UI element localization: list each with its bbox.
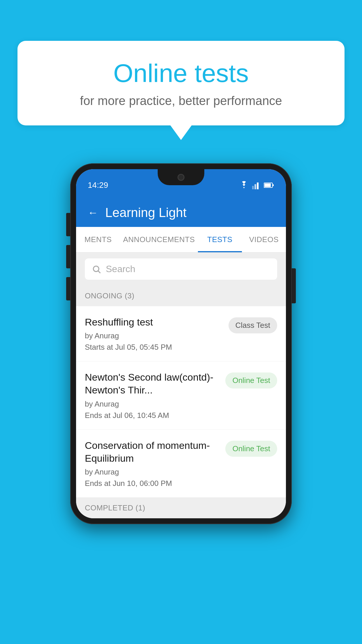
test-author-1: by Anurag bbox=[85, 331, 223, 340]
back-button[interactable]: ← bbox=[88, 206, 98, 219]
search-bar[interactable]: Search bbox=[85, 258, 277, 280]
svg-rect-1 bbox=[254, 184, 256, 190]
search-icon bbox=[92, 265, 101, 274]
ongoing-title: ONGOING (3) bbox=[85, 291, 134, 300]
test-info-3: Conservation of momentum-Equilibrium by … bbox=[85, 439, 225, 488]
test-badge-1: Class Test bbox=[229, 317, 277, 333]
svg-rect-5 bbox=[273, 184, 274, 186]
app-title: Learning Light bbox=[105, 205, 187, 220]
speech-bubble: Online tests for more practice, better p… bbox=[17, 41, 345, 125]
phone-outer: 14:29 bbox=[70, 163, 292, 524]
time-value-2: Jul 06, 10:45 AM bbox=[113, 411, 169, 420]
speech-bubble-container: Online tests for more practice, better p… bbox=[17, 41, 345, 125]
completed-section-header: COMPLETED (1) bbox=[76, 498, 286, 518]
test-badge-3: Online Test bbox=[225, 441, 277, 457]
time-label-2: Ends at bbox=[85, 411, 110, 420]
test-info-2: Newton's Second law(contd)-Newton's Thir… bbox=[85, 371, 225, 420]
signal-icon bbox=[252, 181, 260, 189]
tabs-bar: MENTS ANNOUNCEMENTS TESTS VIDEOS bbox=[76, 227, 286, 253]
test-author-2: by Anurag bbox=[85, 400, 219, 409]
svg-rect-2 bbox=[257, 183, 259, 189]
battery-icon bbox=[264, 182, 274, 189]
phone-screen: 14:29 bbox=[76, 169, 286, 518]
test-name-2: Newton's Second law(contd)-Newton's Thir… bbox=[85, 371, 219, 396]
svg-point-6 bbox=[93, 266, 99, 272]
test-item-2[interactable]: Newton's Second law(contd)-Newton's Thir… bbox=[76, 361, 286, 429]
test-badge-2: Online Test bbox=[225, 372, 277, 388]
test-author-3: by Anurag bbox=[85, 468, 219, 477]
completed-title: COMPLETED (1) bbox=[85, 503, 145, 512]
phone-notch bbox=[158, 169, 204, 185]
status-icons bbox=[239, 181, 274, 189]
tab-ments[interactable]: MENTS bbox=[76, 227, 120, 252]
ongoing-section-header: ONGOING (3) bbox=[76, 286, 286, 306]
tab-announcements[interactable]: ANNOUNCEMENTS bbox=[120, 227, 198, 252]
svg-line-7 bbox=[98, 271, 100, 273]
time-value-1: Jul 05, 05:45 PM bbox=[115, 343, 172, 351]
camera-notch bbox=[178, 174, 184, 181]
test-list: Reshuffling test by Anurag Starts at Jul… bbox=[76, 306, 286, 498]
search-placeholder: Search bbox=[106, 264, 135, 274]
test-time-2: Ends at Jul 06, 10:45 AM bbox=[85, 411, 219, 420]
test-item-1[interactable]: Reshuffling test by Anurag Starts at Jul… bbox=[76, 306, 286, 361]
tab-tests[interactable]: TESTS bbox=[198, 227, 242, 252]
wifi-icon bbox=[239, 181, 249, 189]
test-name-3: Conservation of momentum-Equilibrium bbox=[85, 439, 219, 465]
phone-wrapper: 14:29 bbox=[70, 163, 292, 524]
tab-videos[interactable]: VIDEOS bbox=[242, 227, 286, 252]
time-label-1: Starts at bbox=[85, 343, 113, 351]
status-time: 14:29 bbox=[88, 181, 108, 190]
bubble-subtitle: for more practice, better performance bbox=[41, 94, 321, 108]
status-bar-area: 14:29 bbox=[76, 169, 286, 198]
test-item-3[interactable]: Conservation of momentum-Equilibrium by … bbox=[76, 430, 286, 498]
svg-rect-4 bbox=[264, 183, 271, 187]
time-value-3: Jun 10, 06:00 PM bbox=[113, 479, 172, 488]
app-header: ← Learning Light bbox=[76, 198, 286, 227]
test-time-3: Ends at Jun 10, 06:00 PM bbox=[85, 479, 219, 488]
search-container: Search bbox=[76, 253, 286, 286]
svg-rect-0 bbox=[252, 186, 254, 189]
bubble-title: Online tests bbox=[41, 58, 321, 88]
test-name-1: Reshuffling test bbox=[85, 316, 223, 328]
test-time-1: Starts at Jul 05, 05:45 PM bbox=[85, 343, 223, 352]
test-info-1: Reshuffling test by Anurag Starts at Jul… bbox=[85, 316, 229, 352]
time-label-3: Ends at bbox=[85, 479, 110, 488]
